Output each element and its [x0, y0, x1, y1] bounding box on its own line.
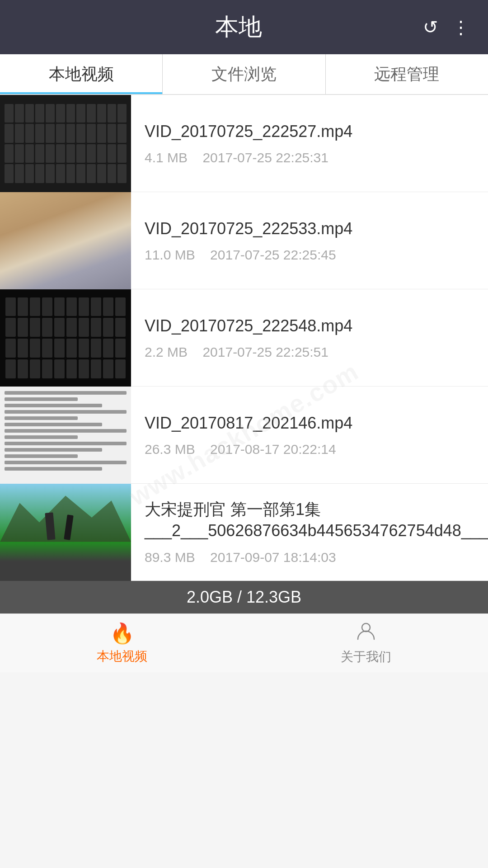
- tab-local-video[interactable]: 本地视频: [0, 54, 163, 94]
- video-meta: 11.0 MB 2017-07-25 22:25:45: [145, 247, 474, 263]
- refresh-icon[interactable]: ↺: [423, 17, 438, 38]
- video-meta: 4.1 MB 2017-07-25 22:25:31: [145, 150, 474, 165]
- video-info: VID_20170725_222527.mp4 4.1 MB 2017-07-2…: [131, 112, 488, 175]
- video-name: 大宋提刑官 第一部第1集___2___50626876634b445653476…: [145, 499, 488, 542]
- video-meta: 2.2 MB 2017-07-25 22:25:51: [145, 344, 474, 360]
- svg-point-0: [362, 623, 370, 632]
- video-name: VID_20170725_222527.mp4: [145, 121, 474, 142]
- storage-bar: 2.0GB / 12.3GB: [0, 581, 488, 613]
- video-thumbnail: [0, 289, 131, 387]
- video-info: VID_20170725_222548.mp4 2.2 MB 2017-07-2…: [131, 307, 488, 369]
- list-item[interactable]: VID_20170817_202146.mp4 26.3 MB 2017-08-…: [0, 387, 488, 484]
- video-info: VID_20170817_202146.mp4 26.3 MB 2017-08-…: [131, 404, 488, 467]
- video-thumbnail: [0, 484, 131, 581]
- tab-remote-mgmt[interactable]: 远程管理: [326, 54, 488, 94]
- header-actions: ↺ ⋮: [423, 17, 470, 38]
- video-thumbnail: [0, 387, 131, 484]
- video-meta: 89.3 MB 2017-09-07 18:14:03: [145, 550, 488, 565]
- list-item[interactable]: VID_20170725_222548.mp4 2.2 MB 2017-07-2…: [0, 289, 488, 387]
- video-name: VID_20170817_202146.mp4: [145, 413, 474, 434]
- video-list: VID_20170725_222527.mp4 4.1 MB 2017-07-2…: [0, 95, 488, 581]
- page-title: 本地: [54, 11, 423, 43]
- nav-item-about[interactable]: 关于我们: [244, 614, 488, 672]
- list-item[interactable]: VID_20170725_222527.mp4 4.1 MB 2017-07-2…: [0, 95, 488, 192]
- video-name: VID_20170725_222533.mp4: [145, 218, 474, 240]
- person-icon: [356, 621, 376, 646]
- nav-label-local-video: 本地视频: [97, 648, 147, 665]
- video-thumbnail: [0, 192, 131, 289]
- bottom-nav: 🔥 本地视频 关于我们: [0, 613, 488, 672]
- more-menu-icon[interactable]: ⋮: [452, 17, 470, 38]
- flame-icon: 🔥: [110, 622, 135, 645]
- nav-item-local-video[interactable]: 🔥 本地视频: [0, 614, 244, 672]
- video-info: VID_20170725_222533.mp4 11.0 MB 2017-07-…: [131, 209, 488, 272]
- header: 本地 ↺ ⋮: [0, 0, 488, 54]
- video-info: 大宋提刑官 第一部第1集___2___50626876634b445653476…: [131, 490, 488, 574]
- video-name: VID_20170725_222548.mp4: [145, 316, 474, 337]
- tab-file-browser[interactable]: 文件浏览: [163, 54, 325, 94]
- video-meta: 26.3 MB 2017-08-17 20:22:14: [145, 442, 474, 457]
- list-item[interactable]: 大宋提刑官 第一部第1集___2___50626876634b445653476…: [0, 484, 488, 581]
- storage-text: 2.0GB / 12.3GB: [187, 588, 301, 607]
- video-thumbnail: [0, 95, 131, 192]
- tab-bar: 本地视频 文件浏览 远程管理: [0, 54, 488, 95]
- list-item[interactable]: VID_20170725_222533.mp4 11.0 MB 2017-07-…: [0, 192, 488, 289]
- nav-label-about: 关于我们: [341, 648, 391, 665]
